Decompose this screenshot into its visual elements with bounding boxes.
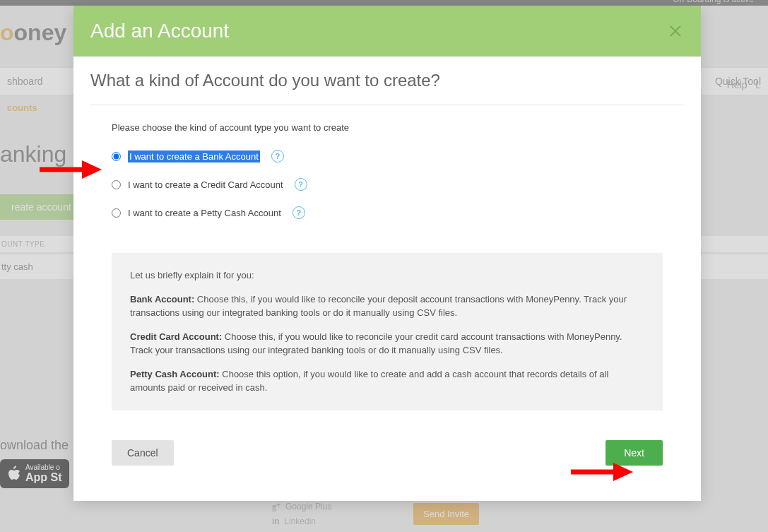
form-area: Please choose the kind of account type y… [90,105,684,242]
radio-option-credit-card[interactable]: I want to create a Credit Card Account ? [112,178,663,191]
explain-intro: Let us briefly explain it for you: [130,268,644,283]
instruction-text: Please choose the kind of account type y… [112,122,663,133]
explain-petty: Petty Cash Account: Choose this option, … [130,367,644,395]
help-icon[interactable]: ? [293,206,305,219]
radio-petty-label[interactable]: I want to create a Petty Cash Account [128,208,281,218]
modal-question: What a kind of Account do you want to cr… [90,71,684,105]
radio-cc-label[interactable]: I want to create a Credit Card Account [128,179,283,190]
next-button[interactable]: Next [605,440,663,466]
radio-bank-label[interactable]: I want to create a Bank Account [128,150,260,162]
modal-header: Add an Account [73,6,701,57]
close-icon[interactable] [667,23,684,40]
cancel-button[interactable]: Cancel [112,440,174,466]
help-icon[interactable]: ? [295,178,307,191]
help-icon[interactable]: ? [271,150,284,162]
radio-bank-input[interactable] [112,152,121,161]
explain-cc: Credit Card Account: Choose this, if you… [130,330,644,357]
radio-petty-input[interactable] [112,208,121,218]
radio-option-bank[interactable]: I want to create a Bank Account ? [112,150,663,162]
explanation-box: Let us briefly explain it for you: Bank … [112,253,663,410]
modal-body: What a kind of Account do you want to cr… [73,57,701,501]
explain-bank: Bank Account: Choose this, if you would … [130,292,644,320]
radio-cc-input[interactable] [112,180,121,189]
modal-title: Add an Account [90,20,229,42]
add-account-modal: Add an Account What a kind of Account do… [73,6,701,501]
radio-option-petty-cash[interactable]: I want to create a Petty Cash Account ? [112,206,663,219]
modal-footer: Cancel Next [90,410,684,484]
